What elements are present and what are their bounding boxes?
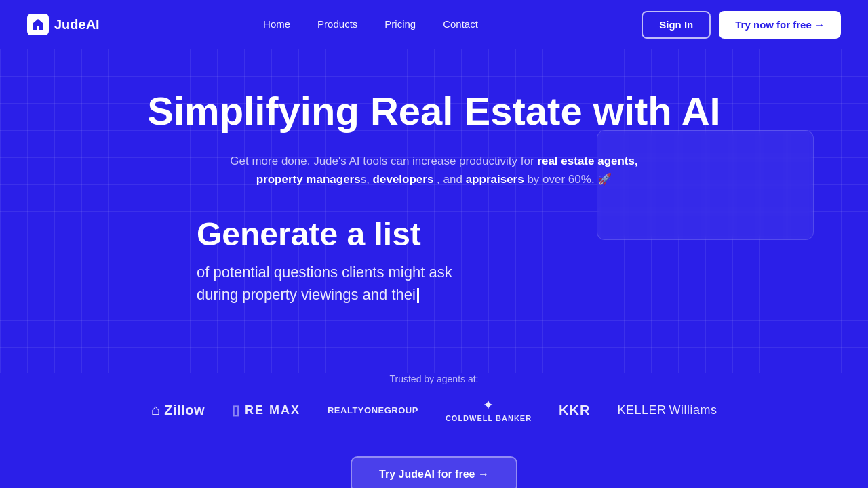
subtitle-and: , and	[437, 173, 466, 186]
kellerwilliams-logo: KELLERWilliams	[617, 403, 717, 418]
signin-button[interactable]: Sign In	[642, 11, 711, 39]
nav-item-home[interactable]: Home	[263, 18, 290, 30]
remax-text: RE MAX	[245, 403, 300, 418]
coldwellbanker-logo: ✦ COLDWELL BANKER	[446, 398, 532, 422]
logo-icon	[27, 14, 49, 35]
bottom-cta-button[interactable]: Try JudeAI for free →	[351, 456, 517, 488]
trusted-logos: ⌂ Zillow ▯ RE MAX REALTYONEGROUP ✦ COLDW…	[27, 398, 841, 422]
keller-bold: KELLER	[617, 403, 666, 418]
realtyonegroup-logo: REALTYONEGROUP	[328, 405, 418, 415]
realty-text: REALTYONEGROUP	[328, 405, 418, 415]
nav-link-home[interactable]: Home	[263, 18, 290, 30]
logo-text: JudeAI	[54, 17, 100, 33]
logo-link[interactable]: JudeAI	[27, 14, 100, 35]
nav-links: Home Products Pricing Contact	[263, 18, 478, 30]
cb-text: COLDWELL BANKER	[446, 414, 532, 422]
navbar: JudeAI Home Products Pricing Contact Sig…	[0, 0, 868, 49]
subtitle-bold-developers: developers	[373, 173, 434, 186]
zillow-text: Zillow	[164, 403, 205, 418]
zillow-icon: ⌂	[151, 401, 161, 419]
cb-icon: ✦	[483, 398, 494, 413]
bottom-cta-area: Try JudeAI for free →	[0, 449, 868, 488]
try-now-button[interactable]: Try now for free →	[719, 11, 841, 39]
zillow-logo: ⌂ Zillow	[151, 401, 205, 419]
kkr-text: KKR	[559, 403, 590, 418]
nav-link-contact[interactable]: Contact	[443, 18, 478, 30]
subtitle-bold-appraisers: appraisers	[466, 173, 524, 186]
animated-heading: Generate a list	[197, 216, 671, 253]
hero-title: Simplifying Real Estate with AI	[27, 89, 841, 133]
subtitle-bold-managers: property managers	[256, 173, 361, 186]
subtitle-bold-agents: real estate agents,	[537, 155, 637, 167]
hero-section: Simplifying Real Estate with AI Get more…	[0, 49, 868, 373]
subtitle-plain-1: Get more done. Jude's AI tools can incre…	[230, 155, 537, 167]
nav-item-products[interactable]: Products	[317, 18, 357, 30]
nav-item-pricing[interactable]: Pricing	[384, 18, 416, 30]
cta-text: Try JudeAI for free →	[379, 468, 489, 481]
remax-r: ▯	[232, 402, 241, 418]
subtitle-s: s,	[361, 173, 373, 186]
kkr-logo: KKR	[559, 403, 590, 418]
keller-light: Williams	[669, 403, 717, 418]
hero-subtitle: Get more done. Jude's AI tools can incre…	[197, 152, 671, 188]
remax-logo: ▯ RE MAX	[232, 402, 300, 418]
nav-link-products[interactable]: Products	[317, 18, 357, 30]
trusted-label: Trusted by agents at:	[27, 373, 841, 384]
nav-link-pricing[interactable]: Pricing	[384, 18, 416, 30]
nav-item-contact[interactable]: Contact	[443, 18, 478, 30]
nav-actions: Sign In Try now for free →	[642, 11, 841, 39]
cursor-blink	[417, 288, 419, 303]
trusted-section: Trusted by agents at: ⌂ Zillow ▯ RE MAX …	[0, 373, 868, 449]
hero-animated-text-area: Generate a list of potential questions c…	[197, 216, 671, 306]
subtitle-end: by over 60%. 🚀	[527, 173, 612, 186]
animated-subtext: of potential questions clients might ask…	[197, 261, 671, 306]
